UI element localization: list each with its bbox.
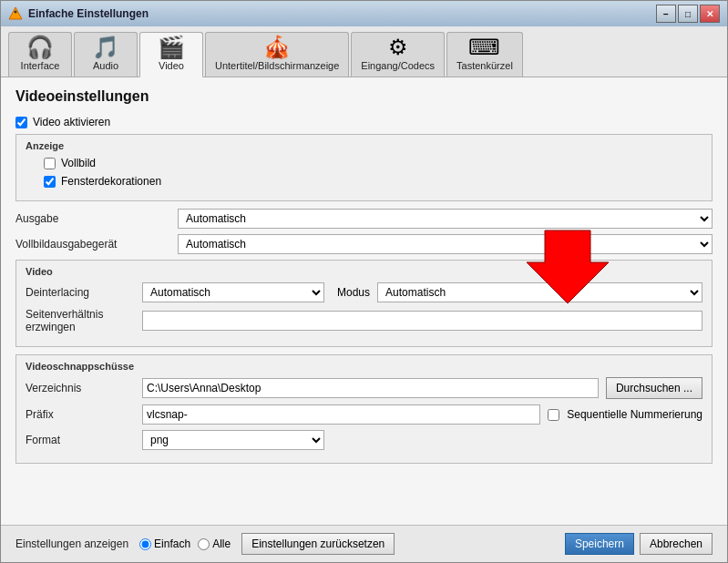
durchsuchen-button[interactable]: Durchsuchen ... <box>606 377 702 399</box>
anzeige-group: Anzeige Vollbild Fensterdekorationen <box>15 134 713 201</box>
bottom-bar: Einstellungen anzeigen Einfach Alle Eins… <box>1 525 727 562</box>
videoschnappshuesse-group: Videoschnappschüsse Verzeichnis Durchsuc… <box>15 354 713 464</box>
cancel-button[interactable]: Abbrechen <box>640 533 713 555</box>
interface-icon: 🎧 <box>26 36 54 58</box>
reset-button[interactable]: Einstellungen zurücksetzen <box>241 533 395 555</box>
videoschnappshuesse-title: Videoschnappschüsse <box>26 361 702 372</box>
content-area: Videoeinstellungen Video aktivieren Anze… <box>1 77 727 525</box>
verzeichnis-input[interactable] <box>142 378 599 398</box>
app-icon <box>8 6 23 21</box>
tab-hotkeys[interactable]: ⌨ Tastenkürzel <box>446 32 523 77</box>
format-row: Format png jpg bmp <box>26 430 702 450</box>
format-label: Format <box>26 434 135 446</box>
tab-interface-label: Interface <box>21 60 60 71</box>
vollbild-label: Vollbild <box>61 157 96 169</box>
vollbildausgabe-row: Vollbildausgabegerät Automatisch <box>15 234 713 254</box>
fensterdekorationen-row: Fensterdekorationen <box>44 175 702 188</box>
video-icon: 🎬 <box>158 36 185 58</box>
seitenverhaeltnis-input[interactable] <box>142 311 702 331</box>
radio-alle-label[interactable]: Alle <box>198 537 231 550</box>
settings-row: Einstellungen anzeigen Einfach Alle Eins… <box>15 533 395 555</box>
tab-bar: 🎧 Interface 🎵 Audio 🎬 Video 🎪 Untertitel… <box>1 26 727 77</box>
video-aktivieren-checkbox[interactable] <box>15 117 27 128</box>
vollbildausgabe-label: Vollbildausgabegerät <box>15 238 170 251</box>
subtitles-icon: 🎪 <box>263 36 291 58</box>
audio-icon: 🎵 <box>92 36 119 58</box>
hotkeys-icon: ⌨ <box>468 36 500 58</box>
window-controls: − □ ✕ <box>656 5 720 23</box>
seitenverhaeltnis-row: Seitenverhältnis erzwingen <box>26 308 702 333</box>
verzeichnis-row: Verzeichnis Durchsuchen ... <box>26 377 702 399</box>
video-group-title: Video <box>26 266 702 277</box>
fensterdekorationen-label: Fensterdekorationen <box>61 175 161 188</box>
modus-select[interactable]: Automatisch <box>377 282 702 302</box>
modus-label: Modus <box>337 286 370 299</box>
title-bar: Einfache Einstellungen − □ ✕ <box>1 1 727 26</box>
vollbild-checkbox[interactable] <box>44 158 56 169</box>
radio-einfach-label[interactable]: Einfach <box>139 537 190 550</box>
svg-point-1 <box>15 11 17 14</box>
ausgabe-select[interactable]: Automatisch <box>178 209 713 229</box>
tab-video-label: Video <box>159 60 184 71</box>
prefix-row: Präfix Sequentielle Nummerierung <box>26 404 702 425</box>
tab-codecs[interactable]: ⚙ Eingang/Codecs <box>351 32 445 77</box>
fensterdekorationen-checkbox[interactable] <box>44 176 56 188</box>
minimize-button[interactable]: − <box>656 5 676 23</box>
page-title: Videoeinstellungen <box>15 88 713 105</box>
einstellungen-label: Einstellungen anzeigen <box>15 537 128 550</box>
einfach-text: Einfach <box>154 537 190 550</box>
bottom-buttons: Speichern Abbrechen <box>565 533 713 555</box>
tab-subtitles[interactable]: 🎪 Untertitel/Bildschirmanzeige <box>205 32 349 77</box>
window-title: Einfache Einstellungen <box>28 7 656 20</box>
radio-group: Einfach Alle <box>139 537 231 550</box>
sequentielle-nummerierung-checkbox[interactable] <box>548 409 559 421</box>
ausgabe-row: Ausgabe Automatisch <box>15 209 713 229</box>
video-aktivieren-row: Video aktivieren <box>15 116 713 128</box>
vollbildausgabe-select[interactable]: Automatisch <box>178 234 713 254</box>
maximize-button[interactable]: □ <box>678 5 698 23</box>
deinterlacing-label: Deinterlacing <box>26 286 135 299</box>
vollbild-row: Vollbild <box>44 157 702 169</box>
codecs-icon: ⚙ <box>388 36 408 58</box>
verzeichnis-label: Verzeichnis <box>26 382 135 394</box>
save-button[interactable]: Speichern <box>565 533 634 555</box>
prefix-label: Präfix <box>26 408 135 421</box>
radio-einfach[interactable] <box>139 538 151 550</box>
deinterlacing-select[interactable]: Automatisch <box>142 282 324 302</box>
tab-subtitles-label: Untertitel/Bildschirmanzeige <box>215 60 339 71</box>
tab-hotkeys-label: Tastenkürzel <box>456 60 513 71</box>
tab-audio[interactable]: 🎵 Audio <box>74 32 138 77</box>
tab-video[interactable]: 🎬 Video <box>139 32 203 77</box>
ausgabe-label: Ausgabe <box>15 212 170 225</box>
format-select[interactable]: png jpg bmp <box>142 430 324 450</box>
video-aktivieren-label: Video aktivieren <box>33 116 110 128</box>
main-window: Einfache Einstellungen − □ ✕ 🎧 Interface… <box>0 0 728 563</box>
radio-alle[interactable] <box>198 538 210 550</box>
anzeige-title: Anzeige <box>26 140 702 151</box>
prefix-input[interactable] <box>142 404 540 425</box>
tab-codecs-label: Eingang/Codecs <box>361 60 435 71</box>
tab-interface[interactable]: 🎧 Interface <box>8 32 72 77</box>
tab-audio-label: Audio <box>93 60 118 71</box>
alle-text: Alle <box>212 537 231 550</box>
close-button[interactable]: ✕ <box>700 5 720 23</box>
seitenverhaeltnis-label: Seitenverhältnis erzwingen <box>26 308 135 333</box>
video-group: Video Deinterlacing Automatisch Modus Au… <box>15 260 713 347</box>
deinterlacing-row: Deinterlacing Automatisch Modus Automati… <box>26 282 702 302</box>
sequentielle-nummerierung-label: Sequentielle Nummerierung <box>567 408 702 421</box>
